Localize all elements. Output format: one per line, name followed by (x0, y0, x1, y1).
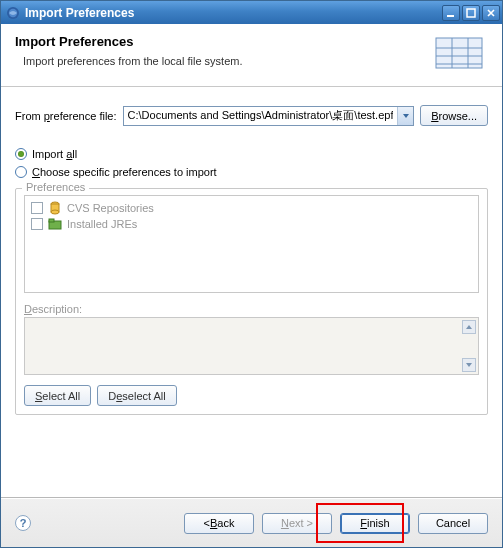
preferences-group: Preferences CVS Repositories Installed J… (15, 188, 488, 415)
description-label: Description: (24, 303, 479, 315)
folder-icon (48, 217, 62, 231)
svg-point-12 (51, 210, 59, 214)
tree-item-label: CVS Repositories (67, 202, 154, 214)
checkbox-icon (31, 218, 43, 230)
tree-item: CVS Repositories (29, 200, 474, 216)
banner-subtitle: Import preferences from the local file s… (23, 55, 422, 67)
file-input[interactable] (124, 107, 398, 125)
cancel-button[interactable]: Cancel (418, 513, 488, 534)
scroll-up-icon (462, 320, 476, 334)
deselect-all-button: Deselect All (97, 385, 177, 406)
browse-button[interactable]: Browse... (420, 105, 488, 126)
preferences-legend: Preferences (22, 181, 89, 193)
file-label: From preference file: (15, 110, 117, 122)
scroll-down-icon (462, 358, 476, 372)
titlebar: Import Preferences (1, 1, 502, 24)
finish-button[interactable]: Finish (340, 513, 410, 534)
select-all-button: Select All (24, 385, 91, 406)
radio-choose-specific[interactable]: Choose specific preferences to import Ch… (15, 166, 488, 178)
file-row: From preference file: Browse... Browse..… (15, 105, 488, 126)
minimize-button[interactable] (442, 5, 460, 21)
next-button: Next > (262, 513, 332, 534)
window-title: Import Preferences (25, 6, 442, 20)
radio-label: Import all (32, 148, 77, 160)
preferences-tree: CVS Repositories Installed JREs (24, 195, 479, 293)
content-area: From preference file: Browse... Browse..… (1, 87, 502, 497)
description-box (24, 317, 479, 375)
import-icon (432, 34, 488, 74)
banner: Import Preferences Import preferences fr… (1, 24, 502, 87)
checkbox-icon (31, 202, 43, 214)
file-combo-dropdown[interactable] (397, 107, 413, 125)
maximize-button[interactable] (462, 5, 480, 21)
svg-rect-2 (447, 15, 454, 17)
repository-icon (48, 201, 62, 215)
radio-import-all[interactable]: Import all Import all (15, 148, 488, 160)
dialog-window: Import Preferences Import Preferences Im… (0, 0, 503, 548)
footer: ? < Back < Back Next > Next > Finish Fin… (1, 499, 502, 547)
tree-item-label: Installed JREs (67, 218, 137, 230)
window-controls (442, 5, 500, 21)
radio-icon (15, 166, 27, 178)
file-combo[interactable] (123, 106, 415, 126)
app-icon (6, 6, 20, 20)
help-icon[interactable]: ? (15, 515, 31, 531)
svg-rect-3 (467, 9, 475, 17)
back-button[interactable]: < Back (184, 513, 254, 534)
tree-item: Installed JREs (29, 216, 474, 232)
banner-title: Import Preferences (15, 34, 422, 49)
close-button[interactable] (482, 5, 500, 21)
svg-rect-14 (49, 219, 54, 222)
radio-icon (15, 148, 27, 160)
radio-label: Choose specific preferences to import (32, 166, 217, 178)
